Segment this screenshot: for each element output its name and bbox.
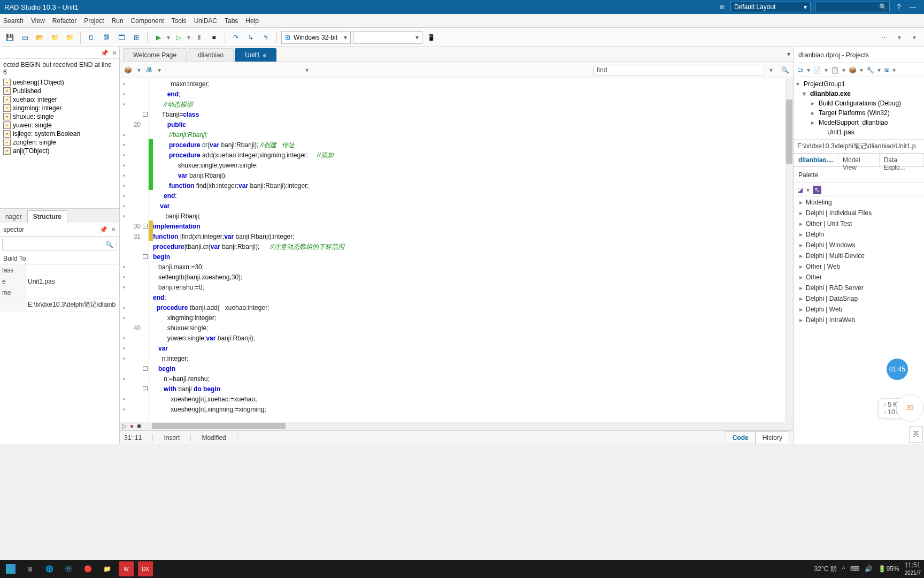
edge-icon[interactable]: 🌐 bbox=[42, 561, 57, 576]
structure-item[interactable]: ▫shuxue: single bbox=[0, 112, 119, 121]
dots-icon[interactable]: ⋯ bbox=[878, 31, 891, 44]
pointer-icon[interactable]: ↖ bbox=[813, 186, 821, 194]
menu-run[interactable]: Run bbox=[112, 17, 124, 25]
pause-icon[interactable]: ⏸ bbox=[192, 31, 205, 44]
tool-icon[interactable]: ≋ bbox=[884, 66, 889, 74]
weather-widget[interactable]: 32°C 阴 bbox=[814, 565, 837, 574]
line-gutter[interactable]: -20-3031-40-- bbox=[120, 78, 149, 422]
tray-expand-icon[interactable]: ^ bbox=[842, 565, 845, 573]
project-tree[interactable]: ▾ProjectGroup1▾dlianbiao.exe▸Build Confi… bbox=[794, 77, 924, 139]
code-body[interactable]: maxn:integer; end; //动态模型 Tbanji=class p… bbox=[153, 78, 785, 422]
menu-help[interactable]: Help bbox=[245, 17, 259, 25]
form-icon[interactable]: ⊞ bbox=[130, 31, 143, 44]
menu-tabs[interactable]: Tabs bbox=[225, 17, 238, 25]
record-icon[interactable]: ● bbox=[130, 422, 134, 430]
copy-icon[interactable]: 🗐 bbox=[100, 31, 113, 44]
chevron-down-icon[interactable]: ▾ bbox=[908, 31, 921, 44]
phone-icon[interactable]: 📱 bbox=[425, 31, 437, 44]
palette-category[interactable]: ▸Delphi | DataSnap bbox=[794, 293, 924, 304]
ie-icon[interactable]: ⓔ bbox=[61, 561, 76, 576]
chrome-icon[interactable]: 🔴 bbox=[80, 561, 95, 576]
keyboard-icon[interactable]: ⌨ bbox=[850, 565, 859, 573]
save-all-icon[interactable]: 🗃 bbox=[18, 31, 31, 44]
window-icon[interactable]: 🗔 bbox=[115, 31, 128, 44]
close-icon[interactable]: ✕ bbox=[111, 226, 116, 233]
platform-combo[interactable]: ⊞ Windows 32-bit ▾ bbox=[281, 31, 351, 44]
inspector-grid[interactable]: lasseUnit1.pasmeE:\lx\dxe10.3\delphi笔记\d… bbox=[0, 265, 119, 444]
open-icon[interactable]: 📂 bbox=[33, 31, 46, 44]
structure-item[interactable]: ▫anji(TObject) bbox=[0, 147, 119, 155]
tabs-dropdown-icon[interactable]: ▾ bbox=[787, 50, 790, 58]
palette-category[interactable]: ▸Delphi | Individual Files bbox=[794, 208, 924, 218]
run-no-debug-icon[interactable]: ▷ bbox=[172, 31, 185, 44]
print-icon[interactable]: 🖶 bbox=[146, 66, 152, 74]
code-editor[interactable]: -20-3031-40-- maxn:integer; end; //动态模型 … bbox=[120, 78, 794, 422]
minimize-button[interactable]: — bbox=[906, 3, 920, 11]
tool-icon[interactable]: 🗂 bbox=[797, 66, 804, 74]
chevron-down-icon[interactable]: ▾ bbox=[305, 66, 309, 74]
palette-category[interactable]: ▸Delphi | Web bbox=[794, 304, 924, 315]
pin-icon[interactable]: 📌 bbox=[99, 226, 107, 233]
menu-project[interactable]: Project bbox=[84, 17, 104, 25]
stop-icon[interactable]: ■ bbox=[137, 422, 141, 430]
menu-tools[interactable]: Tools bbox=[172, 17, 187, 25]
palette-category[interactable]: ▸Other bbox=[794, 272, 924, 283]
palette-icon[interactable]: ◪ bbox=[797, 186, 803, 194]
menu-search[interactable]: Search bbox=[3, 17, 24, 25]
desktop-icon[interactable]: ⎚ bbox=[720, 3, 724, 11]
layout-combo[interactable]: Default Layout ▾ bbox=[730, 2, 811, 12]
palette-category[interactable]: ▸Delphi | Multi-Device bbox=[794, 250, 924, 261]
project-node[interactable]: ▾ProjectGroup1 bbox=[795, 79, 923, 89]
ide-search-box[interactable]: 🔍 bbox=[815, 2, 890, 12]
doc-tab[interactable]: dlianbiao bbox=[188, 48, 234, 62]
ime-overlay[interactable]: 英 bbox=[909, 426, 923, 443]
palette-category[interactable]: ▸Modeling bbox=[794, 197, 924, 208]
project-node[interactable]: ▾dlianbiao.exe bbox=[795, 89, 923, 98]
project-view-tab[interactable]: Model View bbox=[838, 154, 880, 166]
rad-studio-icon[interactable]: DX bbox=[138, 561, 153, 576]
tool-icon[interactable]: 📋 bbox=[831, 66, 839, 74]
chevron-down-icon[interactable]: ▾ bbox=[769, 66, 773, 74]
structure-item[interactable]: ▫xuehao: integer bbox=[0, 95, 119, 104]
step-into-icon[interactable]: ↳ bbox=[244, 31, 257, 44]
wps-icon[interactable]: W bbox=[119, 561, 134, 576]
menu-unidac[interactable]: UniDAC bbox=[194, 17, 217, 25]
remove-folder-icon[interactable]: 📁 bbox=[63, 31, 76, 44]
timer-overlay[interactable]: 01:45 bbox=[887, 359, 908, 380]
manager-tab[interactable]: nager bbox=[0, 211, 27, 223]
tool-icon[interactable]: 📄 bbox=[813, 66, 821, 74]
palette-category[interactable]: ▸Delphi | IntraWeb bbox=[794, 315, 924, 325]
palette-category[interactable]: ▸Delphi | Windows bbox=[794, 240, 924, 250]
start-button[interactable] bbox=[3, 561, 18, 576]
inspector-row[interactable]: lass bbox=[0, 265, 119, 276]
inspector-row[interactable]: me bbox=[0, 287, 119, 299]
tool-icon[interactable]: 🔧 bbox=[866, 66, 874, 74]
inspector-combo[interactable]: Build To bbox=[0, 253, 119, 265]
temperature-overlay[interactable]: 39 bbox=[896, 394, 924, 422]
palette-category[interactable]: ▸Other | Unit Test bbox=[794, 218, 924, 229]
scrollbar-thumb[interactable] bbox=[152, 423, 286, 429]
scrollbar-thumb[interactable] bbox=[786, 100, 792, 164]
save-icon[interactable]: 💾 bbox=[3, 31, 16, 44]
horizontal-scrollbar[interactable]: ▷ ● ■ bbox=[120, 422, 794, 430]
inspector-search[interactable]: 🔍 bbox=[2, 239, 117, 250]
nav-icon[interactable]: 📦 bbox=[124, 66, 132, 74]
explorer-icon[interactable]: 📁 bbox=[99, 561, 114, 576]
doc-tab[interactable]: Welcome Page bbox=[123, 48, 187, 62]
structure-item[interactable]: ▫isjiege: system.Boolean bbox=[0, 130, 119, 138]
search-icon[interactable]: 🔍 bbox=[781, 66, 789, 74]
pin-icon[interactable]: 📌 bbox=[101, 49, 109, 57]
help-button[interactable]: ? bbox=[892, 3, 906, 11]
close-icon[interactable]: ✕ bbox=[112, 49, 117, 57]
inspector-row[interactable]: eUnit1.pas bbox=[0, 276, 119, 287]
menu-view[interactable]: View bbox=[31, 17, 45, 25]
add-folder-icon[interactable]: 📁 bbox=[48, 31, 61, 44]
clock[interactable]: 11:512021/7 bbox=[904, 561, 921, 576]
palette-category[interactable]: ▸Other | Web bbox=[794, 261, 924, 272]
structure-tab[interactable]: Structure bbox=[27, 210, 67, 223]
structure-item[interactable]: ▫Published bbox=[0, 87, 119, 95]
structure-item[interactable]: ▫uesheng(TObject) bbox=[0, 78, 119, 87]
vertical-scrollbar[interactable] bbox=[785, 78, 794, 422]
device-combo[interactable]: ▾ bbox=[353, 31, 422, 44]
step-out-icon[interactable]: ↰ bbox=[259, 31, 272, 44]
